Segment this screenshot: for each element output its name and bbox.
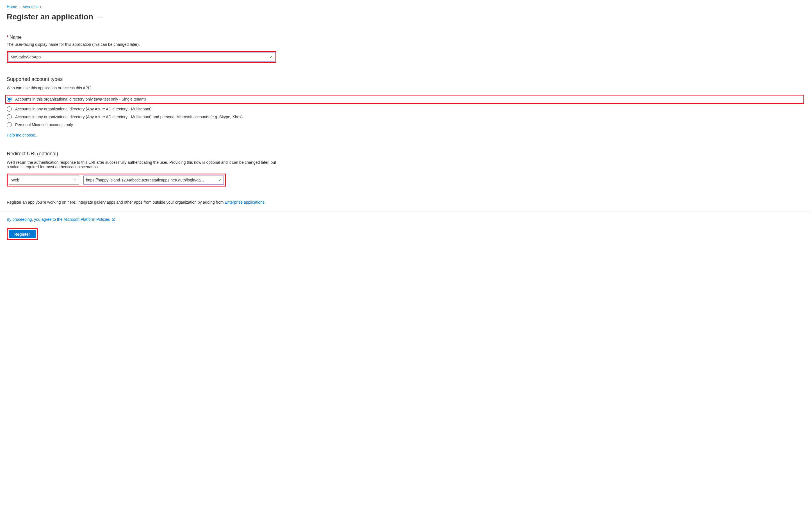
name-label: * Name [7, 35, 804, 40]
radio-label: Accounts in any organizational directory… [15, 115, 243, 119]
account-types-description: Who can use this application or access t… [7, 86, 804, 90]
name-input[interactable] [8, 52, 275, 61]
external-link-icon [111, 217, 116, 221]
redirect-uri-title: Redirect URI (optional) [7, 151, 804, 157]
radio-button-icon [7, 122, 12, 127]
more-icon[interactable]: ··· [98, 14, 104, 20]
radio-option-personal[interactable]: Personal Microsoft accounts only [7, 122, 804, 127]
name-section: * Name The user-facing display name for … [7, 35, 804, 63]
register-button[interactable]: Register [9, 230, 36, 238]
account-types-section: Supported account types Who can use this… [7, 76, 804, 137]
account-types-radio-group: Accounts in this organizational director… [7, 95, 804, 127]
help-me-choose-link[interactable]: Help me choose... [7, 133, 39, 137]
redirect-uri-description: We'll return the authentication response… [7, 160, 276, 169]
chevron-right-icon: › [40, 4, 41, 9]
breadcrumb-swa-test[interactable]: swa-test [23, 4, 37, 9]
name-label-text: Name [10, 35, 21, 40]
platform-select[interactable]: Web [9, 176, 79, 184]
chevron-right-icon: › [19, 4, 21, 9]
radio-button-icon [7, 97, 12, 102]
name-description: The user-facing display name for this ap… [7, 42, 804, 47]
radio-button-icon [7, 106, 12, 111]
footer-register-text: Register an app you're working on here. … [7, 200, 804, 204]
redirect-uri-input[interactable] [83, 176, 224, 184]
radio-label: Accounts in any organizational directory… [15, 107, 152, 111]
page-header: Register an application ··· [7, 12, 804, 21]
radio-button-icon [7, 114, 12, 119]
radio-label: Accounts in this organizational director… [15, 97, 146, 102]
breadcrumb-home[interactable]: Home [7, 4, 17, 9]
enterprise-applications-link[interactable]: Enterprise applications [225, 200, 264, 204]
breadcrumb: Home › swa-test › [7, 4, 804, 9]
divider [0, 211, 811, 212]
radio-option-multitenant-personal[interactable]: Accounts in any organizational directory… [7, 114, 804, 119]
required-asterisk: * [7, 35, 9, 40]
account-types-title: Supported account types [7, 76, 804, 82]
redirect-uri-section: Redirect URI (optional) We'll return the… [7, 151, 804, 186]
radio-option-multitenant[interactable]: Accounts in any organizational directory… [7, 106, 804, 111]
radio-label: Personal Microsoft accounts only [15, 122, 73, 127]
page-title: Register an application [7, 12, 93, 21]
radio-option-single-tenant[interactable]: Accounts in this organizational director… [7, 97, 146, 102]
policies-link[interactable]: By proceeding, you agree to the Microsof… [7, 217, 804, 222]
